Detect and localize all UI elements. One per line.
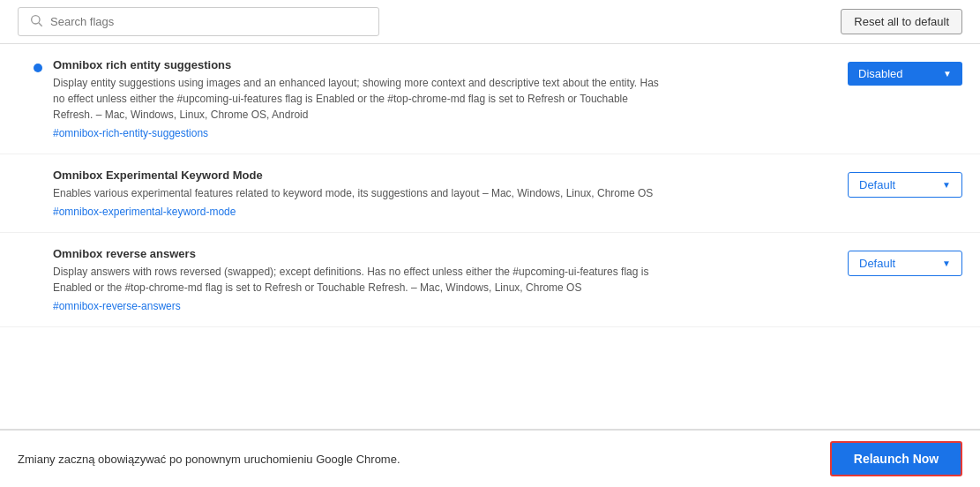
search-box[interactable] (18, 7, 379, 36)
flag-text-block: Omnibox rich entity suggestions Display … (53, 58, 670, 139)
flag-text-block: Omnibox Experimental Keyword Mode Enable… (53, 169, 670, 218)
flag-title: Omnibox rich entity suggestions (53, 58, 670, 71)
flag-dot-indicator (34, 64, 42, 72)
bottom-bar: Zmiany zaczną obowiązywać po ponownym ur… (0, 429, 980, 487)
relaunch-button[interactable]: Relaunch Now (830, 441, 962, 476)
flag-link[interactable]: #omnibox-reverse-answers (53, 300, 181, 312)
svg-point-0 (32, 16, 40, 24)
search-input[interactable] (50, 15, 368, 28)
top-bar: Reset all to default (0, 0, 980, 44)
flag-control[interactable]: Default ▼ (848, 251, 962, 276)
flag-dropdown-default[interactable]: Default ▼ (848, 172, 962, 198)
flag-link[interactable]: #omnibox-experimental-keyword-mode (53, 206, 236, 218)
flag-text-block: Omnibox reverse answers Display answers … (53, 247, 670, 312)
flag-control[interactable]: Default ▼ (848, 172, 962, 198)
reset-all-button[interactable]: Reset all to default (841, 9, 962, 34)
flag-description: Display entity suggestions using images … (53, 75, 670, 123)
flag-title: Omnibox reverse answers (53, 247, 670, 260)
flag-entry: Omnibox reverse answers Display answers … (0, 233, 980, 327)
flag-description: Enables various experimental features re… (53, 185, 670, 201)
dropdown-label: Default (859, 257, 895, 270)
flag-title: Omnibox Experimental Keyword Mode (53, 169, 670, 182)
flag-link[interactable]: #omnibox-rich-entity-suggestions (53, 127, 208, 139)
flag-entry: Omnibox Experimental Keyword Mode Enable… (0, 154, 980, 233)
search-icon (29, 13, 43, 30)
relaunch-message: Zmiany zaczną obowiązywać po ponownym ur… (18, 453, 400, 466)
svg-line-1 (39, 23, 42, 26)
chevron-down-icon: ▼ (942, 258, 951, 268)
flag-control[interactable]: Disabled ▼ (848, 62, 962, 86)
chevron-down-icon: ▼ (942, 180, 951, 190)
flag-description: Display answers with rows reversed (swap… (53, 264, 670, 296)
dropdown-label: Default (859, 178, 895, 191)
chevron-down-icon: ▼ (943, 69, 952, 79)
flag-entry: Omnibox rich entity suggestions Display … (0, 44, 980, 154)
flags-list: Omnibox rich entity suggestions Display … (0, 44, 980, 429)
dropdown-label: Disabled (858, 67, 903, 80)
flag-title-text: Omnibox rich entity suggestions (53, 58, 231, 71)
flag-dropdown-disabled[interactable]: Disabled ▼ (848, 62, 962, 86)
flag-dropdown-default[interactable]: Default ▼ (848, 251, 962, 276)
